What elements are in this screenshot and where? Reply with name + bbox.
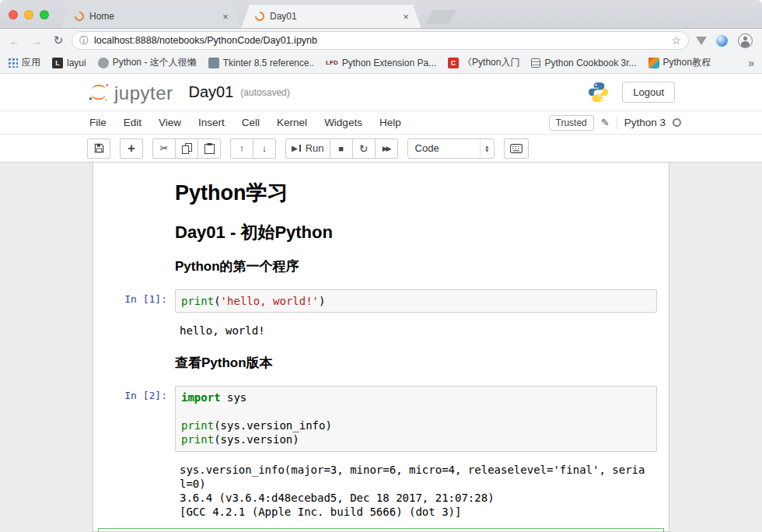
menu-view[interactable]: View — [150, 114, 190, 131]
forward-icon[interactable]: → — [28, 34, 45, 47]
restart-kernel-button[interactable]: ↻ — [352, 138, 376, 159]
code-output-1: hello, world! — [98, 319, 664, 347]
cell-type-select[interactable]: Code ▲▼ — [407, 138, 495, 159]
bookmark-label: Python - 这个人很懒 — [113, 56, 197, 69]
menu-file[interactable]: File — [81, 114, 115, 131]
markdown-cell-day01[interactable]: Day01 - 初始Python — [98, 214, 664, 250]
extension-triangle-icon[interactable] — [696, 37, 707, 45]
output-prompt — [98, 320, 174, 341]
code-input[interactable]: print('hello, world!') — [175, 289, 657, 313]
minimize-window-button[interactable] — [24, 10, 33, 19]
zoom-window-button[interactable] — [40, 10, 49, 19]
tab-home[interactable]: Home × — [61, 5, 241, 28]
close-window-button[interactable] — [9, 10, 18, 19]
move-cell-up-button[interactable]: ↑ — [230, 138, 253, 159]
code-cell-3-selected: In [ ]: — [98, 528, 664, 532]
menu-kernel[interactable]: Kernel — [268, 114, 316, 131]
bookmark-python-tutorial[interactable]: Python教程 — [648, 56, 711, 69]
new-tab-button[interactable] — [425, 10, 456, 24]
add-cell-button[interactable]: + — [120, 138, 143, 159]
copy-icon — [182, 143, 192, 154]
jupyter-menubar: File Edit View Insert Cell Kernel Widget… — [0, 110, 762, 135]
menu-edit[interactable]: Edit — [115, 114, 150, 131]
jupyter-logo-icon — [87, 82, 110, 103]
run-label: Run — [306, 142, 324, 154]
paste-cell-button[interactable] — [197, 138, 221, 159]
bookmark-label: Tkinter 8.5 reference.. — [223, 58, 314, 68]
code-cell-2: In [2]: import sys print(sys.version_inf… — [98, 380, 664, 458]
markdown-cell-first-program[interactable]: Python的第一个程序 — [98, 250, 664, 283]
run-button[interactable]: ▶ Run — [285, 138, 330, 159]
save-button[interactable] — [87, 138, 110, 159]
python-blog-favicon — [98, 58, 109, 68]
heading-3: Python的第一个程序 — [175, 259, 657, 275]
menu-help[interactable]: Help — [371, 114, 410, 131]
window-controls — [9, 10, 49, 19]
output-text: sys.version_info(major=3, minor=6, micro… — [174, 460, 658, 523]
notebook-page: Python学习 Day01 - 初始Python Python的第一个程序 I… — [93, 163, 669, 532]
tab-close-icon[interactable]: × — [219, 11, 232, 23]
input-prompt: In [1]: — [99, 289, 175, 313]
jupyter-logo[interactable]: jupyter — [87, 82, 173, 103]
extension-globe-icon[interactable] — [716, 35, 728, 47]
bookmark-label: Python教程 — [663, 56, 711, 69]
bookmark-cookbook[interactable]: Python Cookbook 3r... — [531, 58, 636, 68]
cell-prompt — [99, 179, 175, 208]
heading-2: Day01 - 初始Python — [175, 222, 657, 242]
python-logo-icon — [587, 81, 610, 103]
cell-prompt — [99, 353, 175, 373]
output-text: hello, world! — [174, 320, 658, 341]
restart-icon: ↻ — [359, 142, 369, 155]
kernel-status-icon — [673, 118, 681, 127]
copy-cell-button[interactable] — [175, 138, 198, 159]
layui-favicon: L — [52, 58, 63, 68]
refresh-icon[interactable]: ↻ — [50, 33, 67, 47]
bookmarks-overflow-icon[interactable]: » — [748, 57, 754, 69]
logout-button[interactable]: Logout — [622, 82, 675, 103]
bookmark-label: layui — [67, 58, 86, 68]
tab-bar: Home × Day01 × — [0, 0, 762, 29]
move-cell-down-button[interactable]: ↓ — [253, 138, 276, 159]
bookmark-tkinter[interactable]: Tkinter 8.5 reference.. — [208, 58, 314, 68]
jupyter-favicon — [73, 10, 86, 23]
menu-insert[interactable]: Insert — [190, 114, 233, 131]
trusted-badge[interactable]: Trusted — [549, 115, 594, 131]
divider — [617, 117, 617, 129]
bookmark-label: 应用 — [22, 56, 40, 69]
tab-close-icon[interactable]: × — [400, 11, 412, 23]
bookmark-apps[interactable]: 应用 — [8, 56, 40, 69]
command-palette-button[interactable] — [504, 138, 529, 159]
jupyter-favicon — [253, 10, 267, 23]
back-icon[interactable]: ← — [6, 34, 23, 47]
page-info-icon[interactable]: ⓘ — [79, 34, 89, 47]
menu-cell[interactable]: Cell — [233, 114, 268, 131]
notebook-scroll-area[interactable]: Python学习 Day01 - 初始Python Python的第一个程序 I… — [0, 163, 762, 532]
address-bar[interactable]: ⓘ localhost:8888/notebooks/PythonCode/Da… — [72, 31, 689, 50]
cut-cell-button[interactable]: ✂ — [152, 138, 176, 159]
interrupt-kernel-button[interactable]: ■ — [330, 138, 353, 159]
tkinter-favicon — [208, 58, 219, 68]
cell-prompt — [99, 220, 175, 244]
bookmarks-bar: 应用 L layui Python - 这个人很懒 Tkinter 8.5 re… — [0, 52, 762, 74]
url-text[interactable]: localhost:8888/notebooks/PythonCode/Day0… — [94, 35, 666, 46]
bookmark-lfd[interactable]: LFD Python Extension Pa... — [326, 58, 436, 68]
autosave-status: (autosaved) — [240, 87, 289, 98]
clipboard-icon — [204, 143, 215, 154]
bookmark-label: Python Extension Pa... — [342, 58, 436, 68]
bookmark-layui[interactable]: L layui — [52, 58, 86, 68]
arrow-up-icon: ↑ — [239, 142, 245, 154]
heading-1: Python学习 — [175, 181, 657, 205]
menu-widgets[interactable]: Widgets — [316, 114, 371, 131]
notebook-title[interactable]: Day01 — [189, 83, 234, 101]
c-site-favicon: C — [448, 58, 459, 68]
restart-run-all-button[interactable]: ▶▶ — [375, 138, 398, 159]
bookmark-star-icon[interactable]: ☆ — [671, 34, 681, 47]
markdown-cell-title[interactable]: Python学习 — [98, 173, 664, 214]
code-input[interactable]: import sys print(sys.version_info) print… — [175, 386, 657, 452]
markdown-cell-version[interactable]: 查看Python版本 — [98, 347, 664, 380]
tab-day01[interactable]: Day01 × — [241, 5, 421, 28]
heading-3: 查看Python版本 — [175, 355, 657, 371]
bookmark-python-intro[interactable]: C 《Python入门 — [448, 56, 519, 69]
bookmark-python-blog[interactable]: Python - 这个人很懒 — [98, 56, 197, 69]
profile-avatar-icon[interactable] — [738, 33, 753, 48]
